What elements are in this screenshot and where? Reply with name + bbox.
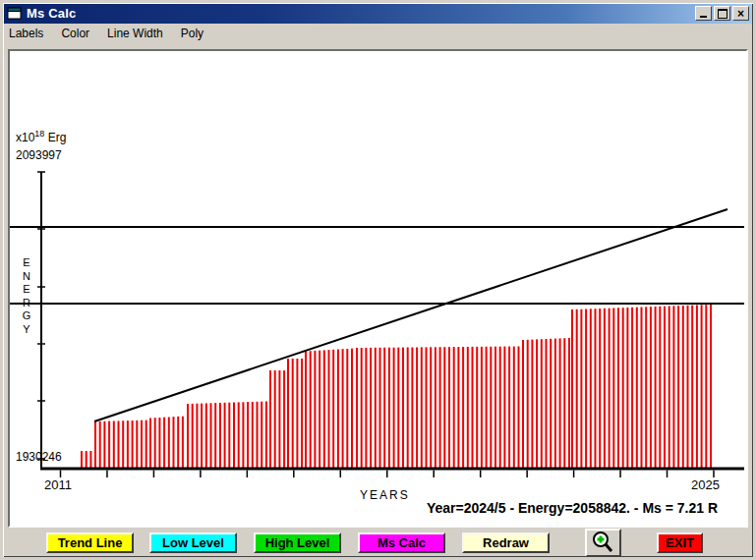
menu-item-poly[interactable]: Poly (172, 25, 212, 42)
low-level-button[interactable]: Low Level (149, 532, 237, 553)
app-window: Ms Calc × Labels Color Line Width Poly x… (0, 0, 756, 560)
y-axis-max-value: 2093997 (16, 148, 62, 162)
close-icon: × (737, 9, 744, 19)
y-axis-title: E N E R G Y (19, 256, 34, 336)
chart-panel (8, 49, 748, 528)
zoom-in-magnifier-icon (591, 531, 616, 555)
y-axis-min-value: 1930246 (16, 450, 62, 464)
minimize-button[interactable] (695, 6, 712, 21)
app-icon[interactable] (7, 7, 23, 21)
y-axis-unit-label: x1018 Erg (16, 129, 66, 144)
x-axis-min-tick-label: 2011 (44, 477, 72, 492)
titlebar-controls: × (695, 6, 753, 21)
x-axis-max-tick-label: 2025 (691, 477, 720, 492)
menu-item-labels[interactable]: Labels (3, 25, 52, 42)
maximize-icon (718, 9, 727, 19)
high-level-button[interactable]: High Level (254, 532, 341, 553)
redraw-button[interactable]: Redraw (462, 532, 550, 553)
minimize-icon (700, 16, 707, 18)
status-readout: Year=2024/5 - Energy=2058842. - Ms = 7.2… (401, 500, 743, 516)
menubar: Labels Color Line Width Poly (3, 24, 753, 43)
maximize-button[interactable] (714, 6, 730, 21)
titlebar[interactable]: Ms Calc × (3, 3, 753, 24)
exit-button[interactable]: EXIT (657, 532, 703, 553)
trend-line-button[interactable]: Trend Line (46, 532, 134, 553)
window-title: Ms Calc (27, 6, 77, 21)
menu-item-line-width[interactable]: Line Width (98, 25, 172, 42)
ms-calc-button[interactable]: Ms Calc (358, 532, 445, 553)
zoom-button[interactable] (585, 529, 621, 557)
menu-item-color[interactable]: Color (52, 25, 98, 42)
close-button[interactable]: × (732, 6, 749, 21)
